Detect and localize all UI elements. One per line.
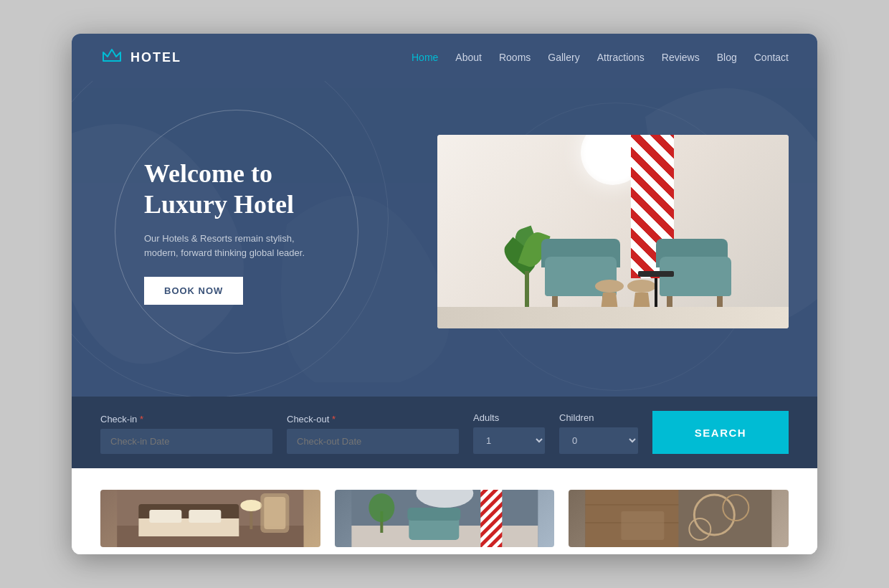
nav-blog[interactable]: Blog [717,52,737,63]
hero-section: Welcome to Luxury Hotel Our Hotels & Res… [72,81,817,397]
stool-top-1 [595,280,624,293]
floor [437,307,789,328]
nav-gallery[interactable]: Gallery [548,52,579,63]
hero-subtitle: Our Hotels & Resorts remain stylish, mod… [144,232,329,260]
nav-attractions[interactable]: Attractions [597,52,645,63]
children-field: Children 0 1 2 3 4 [559,412,638,454]
hero-image [437,135,789,328]
checkin-label: Check-in * [100,414,272,425]
search-button[interactable]: SEARCH [652,411,789,454]
table-top [638,271,674,277]
svg-rect-23 [586,504,679,506]
svg-point-15 [369,493,394,522]
nav-rooms[interactable]: Rooms [499,52,531,63]
hero-right [437,135,789,328]
nav-about[interactable]: About [455,52,482,63]
checkout-label: Check-out * [287,414,459,425]
room-card-1[interactable] [100,490,320,547]
browser-window: HOTEL Home About Rooms Gallery Attractio… [72,34,817,554]
children-label: Children [559,412,638,423]
crown-icon [100,47,123,68]
checkout-field: Check-out * [287,414,459,454]
room-card-3[interactable] [569,490,789,547]
adults-field: Adults 1 2 3 4 5 [473,412,545,454]
room-card-2[interactable] [335,490,555,547]
svg-rect-10 [264,497,285,529]
nav-reviews[interactable]: Reviews [662,52,700,63]
checkin-field: Check-in * [100,414,272,454]
checkin-required: * [140,414,143,425]
side-table [638,264,674,307]
checkin-input[interactable] [100,429,272,454]
booking-bar: Check-in * Check-out * Adults 1 2 3 4 5 … [72,397,817,468]
svg-rect-20 [407,508,460,521]
rooms-preview [72,468,817,554]
svg-rect-5 [149,510,181,523]
checkout-required: * [332,414,336,425]
logo-text: HOTEL [130,50,181,65]
nav-contact[interactable]: Contact [754,52,789,63]
checkout-input[interactable] [287,429,459,454]
site-header: HOTEL Home About Rooms Gallery Attractio… [72,34,817,81]
nav-home[interactable]: Home [412,52,438,63]
hero-circle: Welcome to Luxury Hotel Our Hotels & Res… [115,110,358,354]
main-nav: Home About Rooms Gallery Attractions Rev… [412,52,789,63]
lobby-art [437,135,789,328]
adults-select[interactable]: 1 2 3 4 5 [473,427,545,454]
hero-title: Welcome to Luxury Hotel [144,158,329,220]
children-select[interactable]: 0 1 2 3 4 [559,427,638,454]
chair-leg-1 [552,296,558,307]
logo-area: HOTEL [100,47,181,68]
table-leg [655,278,657,307]
svg-rect-6 [189,510,221,523]
book-now-button[interactable]: BOOK NOW [144,277,243,305]
adults-label: Adults [473,412,545,423]
svg-rect-16 [480,490,502,547]
svg-rect-28 [622,511,665,540]
hero-left: Welcome to Luxury Hotel Our Hotels & Res… [100,110,401,354]
svg-point-8 [240,500,262,511]
stool-1 [595,280,624,310]
plant [509,228,545,314]
